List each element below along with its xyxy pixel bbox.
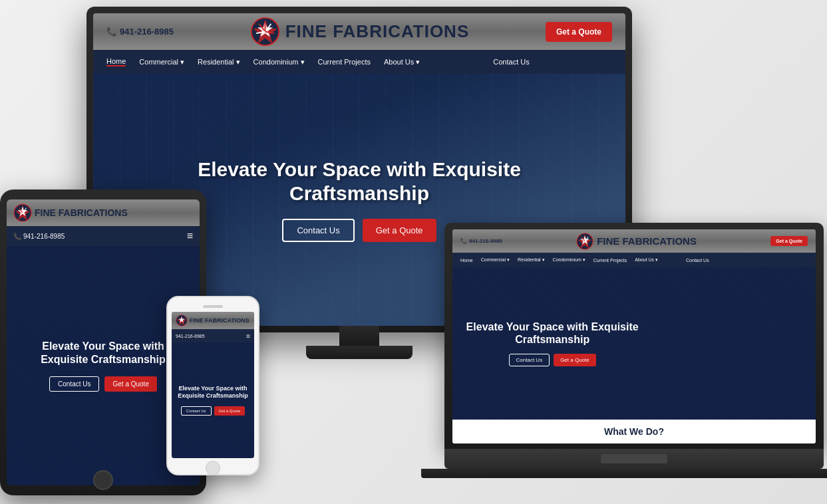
laptop-nav: Home Commercial ▾ Residential ▾ Condomin…: [452, 253, 816, 267]
phone-header: FINE FABRICATIONS: [172, 312, 254, 329]
scene: 📞 941-216-8985: [0, 0, 827, 504]
laptop-nav-commercial[interactable]: Commercial ▾: [481, 257, 510, 263]
laptop-nav-condominium[interactable]: Condominium ▾: [553, 257, 585, 263]
laptop-nav-home[interactable]: Home: [460, 258, 473, 263]
desktop-contact-button[interactable]: Contact Us: [282, 219, 354, 242]
phone-contact-button[interactable]: Contact Us: [181, 406, 212, 416]
laptop-hero-title: Elevate Your Space with Exquisite Crafts…: [466, 320, 639, 346]
desktop-hero-content: Elevate Your Space with Exquisite Crafts…: [193, 158, 526, 242]
laptop-logo-text: FINE FABRICATIONS: [597, 235, 697, 247]
laptop-hero-text-area: Elevate Your Space with Exquisite Crafts…: [452, 267, 652, 420]
laptop-hero-quote-button[interactable]: Get a Quote: [554, 354, 596, 366]
tablet-header-bar: FINE FABRICATIONS: [7, 199, 200, 226]
desktop-nav-current-projects[interactable]: Current Projects: [318, 58, 371, 66]
desktop-hero-quote-button[interactable]: Get a Quote: [363, 219, 436, 242]
laptop-quote-button[interactable]: Get a Quote: [770, 236, 808, 246]
desktop-hero-buttons: Contact Us Get a Quote: [193, 219, 526, 242]
tablet-hero-title: Elevate Your Space with Exquisite Crafts…: [37, 340, 170, 365]
laptop-base: [444, 449, 824, 469]
tablet-logo-icon: [13, 203, 32, 222]
phone-logo-text: FINE FABRICATIONS: [190, 317, 249, 324]
phone: FINE FABRICATIONS 941-216-8985 ≡ Elevate…: [166, 296, 259, 475]
desktop-nav-contact-us[interactable]: Contact Us: [493, 58, 529, 66]
tablet-hamburger-icon[interactable]: ≡: [187, 230, 193, 242]
desktop-nav-home[interactable]: Home: [106, 57, 126, 66]
tablet-phone-icon: 📞: [13, 233, 21, 240]
phone-speaker: [203, 305, 223, 308]
phone-hero-buttons: Contact Us Get a Quote: [181, 406, 245, 416]
laptop-bottom-base: [421, 469, 827, 478]
desktop-hero-title: Elevate Your Space with Exquisite Crafts…: [193, 158, 526, 205]
laptop-trackpad: [601, 454, 667, 463]
laptop-nav-contact-us[interactable]: Contact Us: [686, 258, 709, 263]
tablet-home-button[interactable]: [93, 470, 113, 490]
laptop-hero: Elevate Your Space with Exquisite Crafts…: [452, 267, 816, 443]
desktop-logo-text: FINE FABRICATIONS: [285, 21, 470, 42]
laptop-nav-residential[interactable]: Residential ▾: [518, 257, 545, 263]
phone-hero-title: Elevate Your Space with Exquisite Crafts…: [176, 385, 249, 400]
desktop-quote-button[interactable]: Get a Quote: [546, 22, 612, 42]
laptop-what-we-do: What We Do?: [452, 420, 816, 443]
desktop-header-bar: 📞 941-216-8985: [93, 13, 625, 50]
tablet-hero-buttons: Contact Us Get a Quote: [49, 376, 157, 392]
phone-quote-button[interactable]: Get a Quote: [214, 406, 246, 416]
desktop-nav-condominium[interactable]: Condominium ▾: [253, 58, 305, 66]
laptop-nav-about-us[interactable]: About Us ▾: [635, 257, 658, 263]
phone-screen: FINE FABRICATIONS 941-216-8985 ≡ Elevate…: [172, 312, 254, 458]
laptop-hero-buttons: Contact Us Get a Quote: [509, 354, 596, 366]
tablet-phone-bar: 📞 941-216-8985 ≡: [7, 226, 200, 246]
desktop-nav-residential[interactable]: Residential ▾: [198, 58, 240, 66]
tablet-logo-text: FINE FABRICATIONS: [35, 207, 128, 218]
laptop: 📞 941-216-8985 FINE FABRICATIONS: [444, 223, 824, 475]
tablet-phone: 📞 941-216-8985: [13, 233, 65, 240]
tablet-quote-button[interactable]: Get a Quote: [104, 376, 156, 392]
monitor-stand-base: [306, 346, 413, 359]
phone-frame: FINE FABRICATIONS 941-216-8985 ≡ Elevate…: [166, 296, 259, 475]
laptop-hero-content: Elevate Your Space with Exquisite Crafts…: [452, 267, 816, 420]
desktop-nav-commercial[interactable]: Commercial ▾: [139, 58, 184, 66]
phone-icon: 📞: [106, 27, 117, 37]
desktop-logo-area: FINE FABRICATIONS: [250, 17, 470, 47]
desktop-nav: Home Commercial ▾ Residential ▾ Condomin…: [93, 50, 625, 74]
phone-logo-icon: [176, 315, 188, 326]
laptop-logo-icon: [576, 233, 593, 250]
tablet-logo-area: FINE FABRICATIONS: [13, 203, 128, 222]
tablet-contact-button[interactable]: Contact Us: [49, 376, 99, 392]
phone-phone-bar: 941-216-8985 ≡: [172, 329, 254, 342]
monitor-stand-neck: [339, 326, 379, 346]
laptop-screen: 📞 941-216-8985 FINE FABRICATIONS: [452, 229, 816, 443]
desktop-phone: 📞 941-216-8985: [106, 27, 174, 37]
phone-home-button[interactable]: [206, 461, 220, 475]
laptop-logo-area: FINE FABRICATIONS: [576, 233, 697, 250]
phone-number: 941-216-8985: [176, 334, 205, 338]
laptop-nav-current-projects[interactable]: Current Projects: [593, 258, 627, 263]
desktop-logo-icon: [250, 17, 280, 47]
desktop-nav-about-us[interactable]: About Us ▾: [384, 58, 420, 66]
laptop-contact-button[interactable]: Contact Us: [509, 354, 550, 366]
phone-hamburger-icon[interactable]: ≡: [246, 332, 250, 340]
laptop-screen-area: 📞 941-216-8985 FINE FABRICATIONS: [444, 223, 824, 449]
phone-hero: Elevate Your Space with Exquisite Crafts…: [172, 342, 254, 458]
